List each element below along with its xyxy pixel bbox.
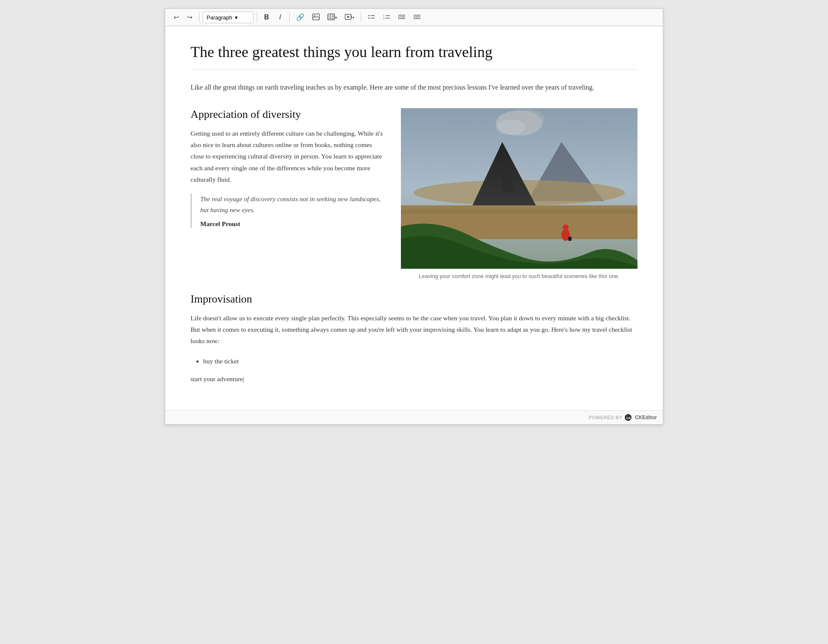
outdent-button[interactable]: [395, 11, 409, 23]
svg-marker-21: [398, 16, 400, 18]
figure-caption: Leaving your comfort zone might lead you…: [419, 273, 620, 279]
numbered-list-icon: 1 2: [383, 14, 390, 22]
image-icon: [312, 14, 320, 22]
editor-wrapper: ↩ ↪ Paragraph ▾ B I 🔗: [165, 8, 663, 425]
svg-point-37: [563, 224, 569, 230]
redo-button[interactable]: ↪: [184, 11, 196, 23]
undo-icon: ↩: [174, 14, 179, 21]
ckeditor-logo-icon: CK: [625, 414, 632, 421]
svg-point-30: [496, 120, 526, 135]
table-icon: [327, 14, 335, 22]
article-title: The three greatest things you learn from…: [191, 43, 637, 61]
list-item: buy the ticket: [203, 355, 637, 367]
paragraph-style-select[interactable]: Paragraph ▾: [203, 11, 253, 23]
bold-button[interactable]: B: [261, 11, 272, 23]
redo-icon: ↪: [187, 14, 193, 21]
svg-marker-8: [347, 16, 350, 18]
section1-text: Getting used to an entirely different cu…: [191, 128, 386, 185]
improvisation-section: Improvisation Life doesn't allow us to e…: [191, 293, 637, 385]
paragraph-label: Paragraph: [207, 14, 232, 21]
checklist: buy the ticket: [203, 355, 637, 367]
indent-button[interactable]: [410, 11, 424, 23]
svg-rect-2: [328, 14, 335, 20]
italic-button[interactable]: I: [274, 11, 286, 23]
table-dropdown-arrow: ▾: [335, 15, 337, 20]
blockquote: The real voyage of discovery consists no…: [191, 194, 386, 228]
chevron-down-icon: ▾: [235, 14, 238, 21]
left-column: Appreciation of diversity Getting used t…: [191, 108, 386, 236]
toolbar: ↩ ↪ Paragraph ▾ B I 🔗: [165, 9, 663, 26]
toolbar-separator-4: [361, 12, 361, 22]
svg-point-1: [314, 15, 315, 16]
image-button[interactable]: [309, 11, 323, 23]
bold-icon: B: [264, 14, 269, 21]
right-column: Leaving your comfort zone might lead you…: [401, 108, 637, 279]
editor-content[interactable]: The three greatest things you learn from…: [165, 26, 663, 410]
volcano-figure: Leaving your comfort zone might lead you…: [401, 108, 637, 279]
svg-marker-25: [414, 16, 415, 18]
link-icon: 🔗: [296, 14, 305, 21]
powered-by-footer: POWERED BY CK CKEditor: [165, 410, 663, 424]
title-divider: [191, 69, 637, 70]
bullet-list-button[interactable]: [365, 11, 378, 23]
blockquote-author: Marcel Proust: [200, 220, 386, 228]
two-column-section: Appreciation of diversity Getting used t…: [191, 108, 637, 279]
media-icon: [345, 14, 352, 22]
indent-icon: [413, 14, 421, 22]
media-dropdown-arrow: ▾: [352, 15, 354, 20]
table-button[interactable]: ▾: [324, 11, 340, 23]
svg-text:CK: CK: [626, 416, 632, 420]
powered-by-label: POWERED BY: [588, 415, 622, 420]
blockquote-text: The real voyage of discovery consists no…: [200, 194, 386, 216]
toolbar-separator-1: [199, 12, 199, 22]
undo-button[interactable]: ↩: [170, 11, 182, 23]
section2-text: Life doesn't allow us to execute every s…: [191, 312, 637, 347]
cursor-text[interactable]: start your adventure: [191, 375, 244, 382]
article-intro: Like all the great things on earth trave…: [191, 82, 637, 93]
section2-heading: Improvisation: [191, 293, 637, 306]
outdent-icon: [398, 14, 406, 22]
link-button[interactable]: 🔗: [293, 11, 308, 23]
italic-icon: I: [279, 14, 281, 21]
bullet-list-icon: [368, 14, 375, 22]
svg-rect-38: [568, 237, 572, 241]
section1-heading: Appreciation of diversity: [191, 108, 386, 121]
svg-text:2: 2: [383, 17, 385, 19]
media-button[interactable]: ▾: [342, 11, 357, 23]
svg-rect-35: [401, 210, 637, 214]
numbered-list-button[interactable]: 1 2: [380, 11, 393, 23]
svg-point-10: [368, 15, 370, 16]
volcano-image: [401, 108, 637, 269]
svg-point-11: [368, 17, 370, 19]
toolbar-separator-2: [257, 12, 257, 22]
last-paragraph: start your adventure: [191, 374, 637, 385]
toolbar-separator-3: [289, 12, 290, 22]
ckeditor-brand-name: CKEditor: [635, 415, 657, 420]
